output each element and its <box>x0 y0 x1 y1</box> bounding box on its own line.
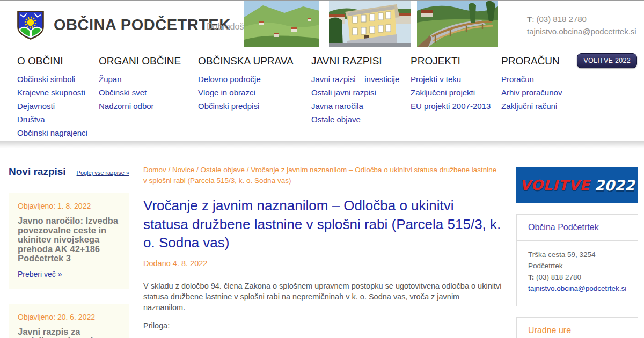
nav-heading-o-obcini[interactable]: O OBČINI <box>17 55 99 67</box>
nav-link-vloge-in-obrazci[interactable]: Vloge in obrazci <box>198 86 311 99</box>
nav-link-obcinski-svet[interactable]: Občinski svet <box>99 86 198 99</box>
nav-link-eu-projekti[interactable]: EU projekti 2007-2013 <box>411 99 501 113</box>
main-article-column: Domov / Novice / Ostale objave / Vročanj… <box>134 161 511 338</box>
nav-link-obcinski-nagrajenci[interactable]: Občinski nagrajenci <box>17 126 99 139</box>
tender-card[interactable]: Objavljeno: 1. 8. 2022 Javno naročilo: I… <box>9 193 129 289</box>
article-body: V skladu z določbo 94. člena Zakona o sp… <box>143 281 502 313</box>
sidebar-header: Novi razpisi Poglej vse razpise » <box>9 166 129 178</box>
nav-link-obcinski-predpisi[interactable]: Občinski predpisi <box>198 99 311 113</box>
nav-link-nadzorni-odbor[interactable]: Nadzorni odbor <box>99 99 198 113</box>
nav-link-proracun[interactable]: Proračun <box>501 72 587 86</box>
nav-column-projekti: PROJEKTI Projekti v teku Zaključeni proj… <box>411 54 501 113</box>
nav-column-javni-razpisi: JAVNI RAZPISI Javni razpisi – investicij… <box>311 54 411 126</box>
nav-link-ostali-javni-razpisi[interactable]: Ostali javni razpisi <box>311 86 411 99</box>
attachment-label: Priloga: <box>143 321 502 330</box>
nav-heading-obcinska-uprava[interactable]: OBČINSKA UPRAVA <box>198 55 311 67</box>
nav-link-ostale-objave[interactable]: Ostale objave <box>311 113 411 126</box>
header-email-link[interactable]: tajnistvo.obcina@podcetrtek.si <box>527 25 636 38</box>
volitve-2022-banner[interactable]: VOLITVE 2022 <box>516 167 638 203</box>
site-title[interactable]: OBČINA PODČETRTEK <box>54 16 231 34</box>
tender-published-date: Objavljeno: 1. 8. 2022 <box>18 202 120 210</box>
banner-year: 2022 <box>594 177 634 194</box>
nav-link-zakljuceni-projekti[interactable]: Zaključeni projekti <box>411 86 501 99</box>
nav-link-delovno-podrocje[interactable]: Delovno področje <box>198 72 311 86</box>
nav-link-obcinski-simboli[interactable]: Občinski simboli <box>17 72 99 86</box>
nav-column-obcinska-uprava: OBČINSKA UPRAVA Delovno področje Vloge i… <box>198 54 311 113</box>
tender-title: Javno naročilo: Izvedba povezovalne cest… <box>18 216 120 263</box>
nav-heading-projekti[interactable]: PROJEKTI <box>411 55 501 67</box>
header-photo-road-railing <box>417 1 498 47</box>
nav-link-zakljucni-racuni[interactable]: Zaključni računi <box>501 99 587 113</box>
welcome-text: Dobrodošli <box>207 22 244 32</box>
contact-box-title[interactable]: Občina Podčetrtek <box>517 215 638 241</box>
phone-label: T <box>527 14 532 24</box>
article-title: Vročanje z javnim naznanilom – Odločba o… <box>143 196 502 252</box>
nav-heading-proracun[interactable]: PRORAČUN <box>501 55 587 67</box>
office-hours-box: Uradne ure Ponedeljek: 7.00 - 15.00 <box>516 317 638 338</box>
site-header: OBČINA PODČETRTEK Dobrodošli <box>0 1 644 48</box>
nav-link-zupan[interactable]: Župan <box>99 72 198 86</box>
nav-column-o-obcini: O OBČINI Občinski simboli Krajevne skupn… <box>17 54 99 139</box>
contact-box-body: Trška cesta 59, 3254 Podčetrtek T: (03) … <box>517 241 638 306</box>
nav-column-proracun: PRORAČUN Proračun Arhiv proračunov Zaklj… <box>501 54 587 113</box>
breadcrumb[interactable]: Domov / Novice / Ostale objave / Vročanj… <box>143 165 502 186</box>
nav-link-krajevne-skupnosti[interactable]: Krajevne skupnosti <box>17 86 99 99</box>
office-hours-title: Uradne ure <box>517 318 638 338</box>
header-photo-hills <box>244 1 319 47</box>
nav-link-arhiv-proracunov[interactable]: Arhiv proračunov <box>501 86 587 99</box>
content-area: Novi razpisi Poglej vse razpise » Objavl… <box>0 148 644 338</box>
article-date: Dodano 4. 8. 2022 <box>143 259 502 268</box>
nav-shadow-divider <box>0 141 644 148</box>
new-tenders-title: Novi razpisi <box>9 166 66 178</box>
nav-link-javna-narocila[interactable]: Javna naročila <box>311 99 411 113</box>
municipality-phone: T: (03) 818 2780 <box>528 271 626 283</box>
tender-card[interactable]: Objavljeno: 20. 6. 2022 Javni razpis za … <box>9 304 129 338</box>
main-navigation: O OBČINI Občinski simboli Krajevne skupn… <box>0 48 644 141</box>
tender-published-date: Objavljeno: 20. 6. 2022 <box>18 313 120 321</box>
municipality-contact-box: Občina Podčetrtek Trška cesta 59, 3254 P… <box>516 214 638 306</box>
nav-link-projekti-v-teku[interactable]: Projekti v teku <box>411 72 501 86</box>
sidebar-new-tenders: Novi razpisi Poglej vse razpise » Objavl… <box>9 161 129 338</box>
read-more-link[interactable]: Preberi več » <box>18 270 62 278</box>
municipality-email-link[interactable]: tajnistvo.obcina@podcetrtek.si <box>528 283 626 294</box>
header-photo-municipal-building <box>329 1 411 47</box>
sidebar-right: VOLITVE 2022 Občina Podčetrtek Trška ces… <box>516 161 638 338</box>
volitve-2022-button[interactable]: VOLITVE 2022 <box>577 53 637 68</box>
municipality-address: Trška cesta 59, 3254 Podčetrtek <box>528 249 626 271</box>
tender-title: Javni razpis za podelitev priznanj Občin… <box>18 327 120 338</box>
view-all-tenders-link[interactable]: Poglej vse razpise » <box>77 170 129 176</box>
nav-link-javni-razpisi-investicije[interactable]: Javni razpisi – investicije <box>311 72 411 86</box>
nav-link-drustva[interactable]: Društva <box>17 113 99 126</box>
header-phone: T: (03) 818 2780 <box>527 13 636 25</box>
nav-heading-javni-razpisi[interactable]: JAVNI RAZPISI <box>311 55 411 67</box>
header-contact: T: (03) 818 2780 tajnistvo.obcina@podcet… <box>527 13 636 38</box>
nav-heading-organi-obcine[interactable]: ORGANI OBČINE <box>99 55 198 67</box>
nav-column-organi-obcine: ORGANI OBČINE Župan Občinski svet Nadzor… <box>99 54 198 113</box>
municipality-coat-of-arms-logo[interactable] <box>17 10 45 40</box>
nav-link-dejavnosti[interactable]: Dejavnosti <box>17 99 99 113</box>
banner-word: VOLITVE <box>520 177 590 193</box>
